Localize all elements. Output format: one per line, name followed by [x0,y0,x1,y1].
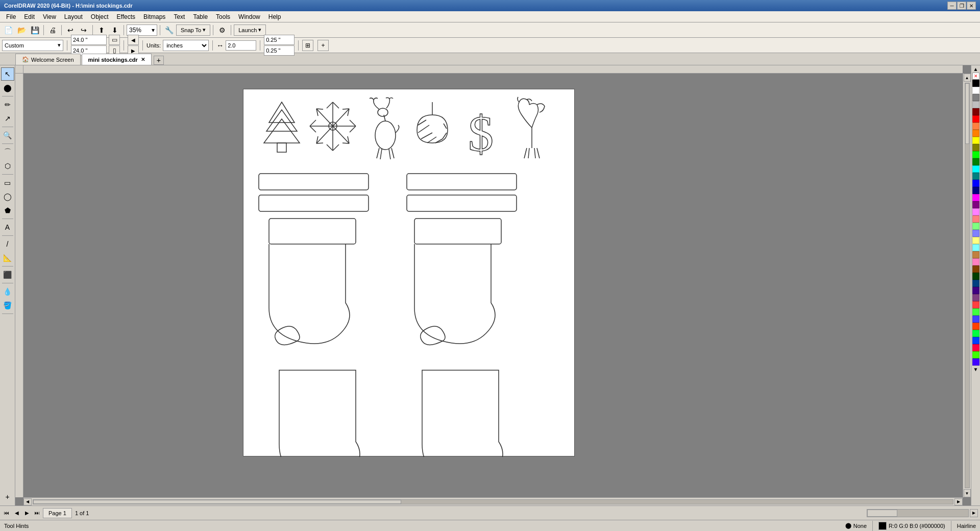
menu-file[interactable]: File [2,12,20,21]
freehand-tool[interactable]: ✏ [1,98,14,111]
color-light-cyan[interactable] [972,244,979,251]
canvas-scroll[interactable]: $ [23,74,963,497]
line-tool[interactable]: / [1,237,14,251]
color-maroon[interactable] [972,108,979,115]
color-orange[interactable] [972,130,979,137]
color-red[interactable] [972,115,979,123]
scroll-thumb-v[interactable] [965,83,969,144]
new-btn[interactable]: 📄 [2,25,14,36]
color-orange-red[interactable] [972,123,979,130]
print-btn[interactable]: 🖨 [46,25,59,36]
redo-btn[interactable]: ↪ [78,25,90,36]
nudge-box2[interactable]: 0.25 " [264,45,295,56]
eyedropper-tool[interactable]: 💧 [1,285,14,298]
color-coral[interactable] [972,301,979,308]
color-chartreuse[interactable] [972,351,979,358]
import-btn[interactable]: ⬆ [95,25,108,36]
curve-tool[interactable]: ⌒ [1,146,14,159]
page-tab-1[interactable]: Page 1 [43,508,72,518]
color-indigo[interactable] [972,287,979,294]
menu-table[interactable]: Table [189,12,212,21]
smartfill-tool[interactable]: ⬡ [1,159,14,173]
color-azure[interactable] [972,337,979,344]
palette-down-arrow[interactable]: ▼ [972,366,980,373]
options-btn[interactable]: ⚙ [216,25,228,36]
color-black[interactable] [972,80,979,87]
menu-bitmaps[interactable]: Bitmaps [139,12,169,21]
scroll-thumb-h[interactable] [33,500,401,504]
launch-btn[interactable]: Launch▾ [234,25,266,36]
color-mauve[interactable] [972,294,979,301]
no-fill-swatch[interactable]: ✕ [972,73,979,80]
units-select[interactable]: inches mm cm px [163,40,209,51]
color-pink-light[interactable] [972,208,979,215]
scroll-track-h[interactable] [33,499,953,504]
palette-up-arrow[interactable]: ▲ [972,65,980,73]
next-page-nav-btn[interactable]: ▶ [22,509,32,518]
color-salmon[interactable] [972,215,979,223]
color-red-orange[interactable] [972,323,979,330]
color-cyan[interactable] [972,165,979,173]
color-green[interactable] [972,158,979,165]
prev-page-nav-btn[interactable]: ◀ [12,509,21,518]
scroll-left-btn[interactable]: ◀ [23,498,32,505]
color-silver[interactable] [972,101,979,108]
menu-effects[interactable]: Effects [113,12,139,21]
menu-layout[interactable]: Layout [60,12,87,21]
color-magenta[interactable] [972,194,979,201]
color-blue[interactable] [972,180,979,187]
pos-x-box[interactable]: 2.0 [226,40,256,51]
menu-help[interactable]: Help [264,12,285,21]
preset-dropdown[interactable]: Custom ▾ [2,40,63,51]
menu-text[interactable]: Text [169,12,189,21]
color-dark-brown[interactable] [972,266,979,273]
snap-settings-btn[interactable]: 🔧 [163,25,175,36]
window-controls[interactable]: ─ ❐ ✕ [947,2,976,10]
tab-welcome[interactable]: 🏠 Welcome Screen [15,54,81,65]
last-page-btn[interactable]: ⏭ [33,509,42,518]
ellipse-tool[interactable]: ◯ [1,190,14,203]
color-olive[interactable] [972,144,979,151]
scroll-right-btn[interactable]: ▶ [954,498,963,505]
h-scroll-thumb-nav[interactable] [867,510,897,517]
measure-tool[interactable]: 📐 [1,251,14,264]
connector-tool[interactable]: ⬛ [1,268,14,281]
color-white[interactable] [972,87,979,94]
scroll-vertical[interactable]: ▲ ▼ [963,74,971,497]
color-brown[interactable] [972,251,979,258]
close-btn[interactable]: ✕ [967,2,976,10]
select-tool[interactable]: ↖ [1,67,14,81]
tab-close-icon[interactable]: ✕ [141,57,145,62]
rect-tool[interactable]: ▭ [1,176,14,189]
color-dark-blue[interactable] [972,280,979,287]
prev-page-btn[interactable]: ◀ [128,35,139,45]
smart-draw-tool[interactable]: ↗ [1,112,14,125]
color-teal[interactable] [972,173,979,180]
plus-tool[interactable]: + [1,490,14,503]
color-yellow[interactable] [972,137,979,144]
text-tool[interactable]: A [1,221,14,234]
add-page-btn[interactable]: + [317,40,329,51]
menu-window[interactable]: Window [234,12,264,21]
color-bright-green[interactable] [972,308,979,316]
save-btn[interactable]: 💾 [29,25,41,36]
menu-object[interactable]: Object [87,12,113,21]
zoom-box[interactable]: 35% ▾ [127,25,157,36]
color-navy[interactable] [972,187,979,194]
color-hot-pink[interactable] [972,258,979,266]
color-violet[interactable] [972,358,979,366]
scroll-up-btn[interactable]: ▲ [964,74,971,82]
restore-btn[interactable]: ❐ [957,2,966,10]
menu-tools[interactable]: Tools [212,12,234,21]
fit-page-btn[interactable]: ⊞ [302,40,313,51]
nudge-box1[interactable]: 0.25 " [264,35,295,45]
color-light-green[interactable] [972,223,979,230]
scroll-horizontal[interactable]: ◀ ▶ [23,497,963,505]
color-dark-green[interactable] [972,273,979,280]
tab-document[interactable]: mini stockings.cdr ✕ [82,54,152,65]
scroll-down-btn[interactable]: ▼ [964,489,971,497]
color-purple[interactable] [972,201,979,208]
node-tool[interactable]: ⬤ [1,81,14,94]
color-gray[interactable] [972,94,979,101]
color-spring-green[interactable] [972,330,979,337]
